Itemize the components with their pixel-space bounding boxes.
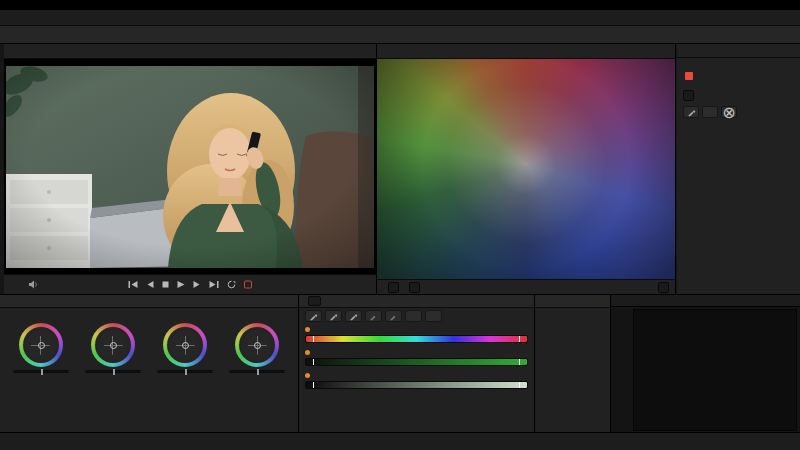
transport-controls xyxy=(128,280,253,289)
video-canvas xyxy=(4,59,376,274)
luminance-high-handle[interactable] xyxy=(519,382,520,388)
waveform-axis xyxy=(611,307,633,432)
wheel-crosshair xyxy=(170,330,200,360)
offset-color-wheel[interactable] xyxy=(235,323,279,367)
lift-color-wheel[interactable] xyxy=(19,323,63,367)
plan-select[interactable] xyxy=(677,44,800,58)
color-space-select[interactable] xyxy=(658,282,669,293)
clear-icon: ⊗ xyxy=(722,103,735,122)
hue-high-handle[interactable] xyxy=(519,336,520,342)
gamma-wheel-column xyxy=(78,313,147,375)
scopes-header xyxy=(611,295,800,307)
auto-lock-checkbox-row[interactable] xyxy=(677,68,800,84)
luma-row xyxy=(677,88,800,103)
viewer-tools xyxy=(4,280,38,289)
softness-add-button[interactable] xyxy=(365,310,382,322)
primaries-panel xyxy=(0,294,298,432)
clear-range-button[interactable]: ⊗ xyxy=(721,106,737,118)
loop-button[interactable] xyxy=(227,280,237,289)
jump-first-button[interactable] xyxy=(128,280,139,289)
app-version-area xyxy=(8,433,12,450)
primaries-header xyxy=(0,295,298,308)
matte-header xyxy=(535,295,610,308)
checkbox-checked-icon[interactable] xyxy=(685,72,693,80)
lift-wheel-column xyxy=(6,313,75,375)
page-bar xyxy=(0,432,800,450)
sat-grid-size-select[interactable] xyxy=(409,282,420,293)
saturation-enable-dot[interactable] xyxy=(305,350,310,355)
waveform-scope xyxy=(633,309,797,431)
menubar xyxy=(0,10,800,26)
record-indicator-icon[interactable] xyxy=(244,280,253,289)
eyedropper-button[interactable] xyxy=(683,106,699,118)
color-picker-button[interactable] xyxy=(305,310,322,322)
viewer-header xyxy=(4,44,376,59)
matte-finesse-panel xyxy=(534,294,610,432)
video-frame-image xyxy=(6,66,374,268)
picker-add-button[interactable] xyxy=(325,310,342,322)
qualifier-mode-select[interactable] xyxy=(308,296,321,306)
qualifier-header xyxy=(299,295,534,308)
highlight-toggle-button[interactable] xyxy=(425,310,442,322)
wheel-crosshair xyxy=(98,330,128,360)
wheel-crosshair xyxy=(242,330,272,360)
scopes-panel xyxy=(610,294,800,432)
range-tools-row: ⊗ xyxy=(677,103,800,121)
qualifier-panel xyxy=(298,294,534,432)
hue-section xyxy=(299,324,534,347)
hue-low-handle[interactable] xyxy=(313,336,314,342)
viewer-panel xyxy=(4,44,376,294)
primaries-bottom-params-1 xyxy=(0,375,298,379)
color-warper-footer xyxy=(377,279,675,294)
hue-grid-size-select[interactable] xyxy=(388,282,399,293)
saturation-low-handle[interactable] xyxy=(313,359,314,365)
color-warper-field[interactable] xyxy=(377,59,675,279)
step-back-button[interactable] xyxy=(146,280,155,289)
wheel-crosshair xyxy=(26,330,56,360)
gain-color-wheel[interactable] xyxy=(163,323,207,367)
warper-tools-panel: ⊗ xyxy=(677,44,800,294)
davinci-resolve-window: ⊗ xyxy=(0,0,800,450)
luminance-low-handle[interactable] xyxy=(313,382,314,388)
gain-wheel-column xyxy=(151,313,220,375)
luminance-enable-dot[interactable] xyxy=(305,373,310,378)
hue-range-bar[interactable] xyxy=(305,335,528,343)
audio-mute-button[interactable] xyxy=(28,280,38,289)
qualifier-picker-row xyxy=(299,308,534,324)
saturation-range-bar[interactable] xyxy=(305,358,528,366)
luminance-section xyxy=(299,370,534,393)
stop-button[interactable] xyxy=(162,280,170,289)
project-title-area xyxy=(396,26,404,43)
draw-range-button[interactable] xyxy=(702,106,718,118)
gamma-color-wheel[interactable] xyxy=(91,323,135,367)
saturation-section xyxy=(299,347,534,370)
transport-bar xyxy=(4,274,376,294)
offset-master-dial[interactable] xyxy=(229,370,285,373)
color-warper-mesh[interactable] xyxy=(377,59,675,279)
gamma-master-dial[interactable] xyxy=(85,370,141,373)
luma-field[interactable] xyxy=(683,90,694,101)
top-toolbar xyxy=(0,26,800,44)
gain-master-dial[interactable] xyxy=(157,370,213,373)
scopes-body xyxy=(611,307,800,432)
offset-wheel-column xyxy=(223,313,292,375)
invert-selection-button[interactable] xyxy=(405,310,422,322)
color-warper-panel xyxy=(376,44,676,294)
color-warper-title xyxy=(377,44,675,59)
hue-enable-dot[interactable] xyxy=(305,327,310,332)
luminance-range-bar[interactable] xyxy=(305,381,528,389)
luminance-params xyxy=(305,389,528,393)
softness-subtract-button[interactable] xyxy=(385,310,402,322)
window-titlebar xyxy=(0,0,800,10)
step-forward-button[interactable] xyxy=(193,280,202,289)
play-button[interactable] xyxy=(177,280,186,289)
color-wheels-row xyxy=(0,312,298,375)
jump-last-button[interactable] xyxy=(209,280,220,289)
warper-mode-area xyxy=(653,282,669,293)
picker-subtract-button[interactable] xyxy=(345,310,362,322)
lift-master-dial[interactable] xyxy=(13,370,69,373)
saturation-high-handle[interactable] xyxy=(519,359,520,365)
